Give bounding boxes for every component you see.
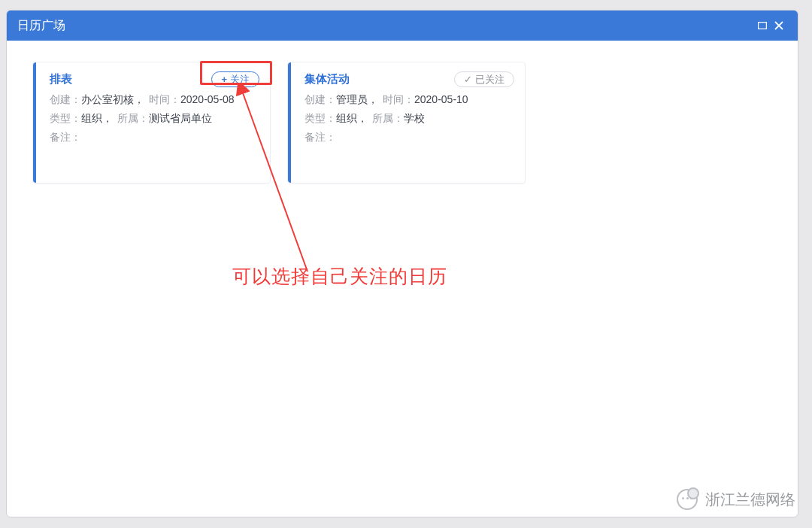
maximize-icon[interactable] — [754, 22, 771, 29]
time-value: 2020-05-08 — [180, 93, 235, 105]
already-followed-label: 已关注 — [475, 74, 504, 84]
type-label: 类型： — [304, 112, 336, 124]
annotation-text: 可以选择自己关注的日历 — [232, 264, 447, 289]
calendar-card[interactable]: 排表 + 关注 创建：办公室初核， 时间：2020-05-08 类型：组织， 所… — [32, 62, 271, 184]
watermark: 浙江兰德网络 — [677, 489, 795, 510]
type-value: 组织， — [81, 112, 113, 124]
check-icon: ✓ — [464, 74, 472, 84]
type-label: 类型： — [50, 112, 81, 124]
belong-label: 所属： — [117, 112, 149, 124]
type-value: 组织， — [336, 112, 368, 124]
calendar-card[interactable]: 集体活动 ✓ 已关注 创建：管理员， 时间：2020-05-10 类型：组织， … — [287, 62, 526, 184]
card-title: 排表 — [50, 72, 72, 86]
time-value: 2020-05-10 — [414, 93, 468, 105]
card-title: 集体活动 — [304, 72, 350, 86]
remark-label: 备注： — [50, 131, 81, 144]
dialog-content: 排表 + 关注 创建：办公室初核， 时间：2020-05-08 类型：组织， 所… — [7, 41, 798, 517]
creator-label: 创建： — [50, 93, 81, 105]
calendar-square-dialog: 日历广场 排表 + 关注 创建：办公室初核， 时间：2020-05-08 — [6, 10, 798, 517]
belong-value: 测试省局单位 — [149, 112, 212, 124]
follow-button[interactable]: + 关注 — [211, 71, 259, 87]
svg-rect-0 — [759, 23, 767, 29]
watermark-text: 浙江兰德网络 — [705, 490, 795, 510]
remark-label: 备注： — [304, 131, 336, 144]
time-label: 时间： — [149, 93, 180, 105]
close-icon[interactable] — [771, 21, 787, 30]
plus-icon: + — [221, 74, 227, 84]
time-label: 时间： — [383, 93, 414, 105]
belong-label: 所属： — [372, 112, 404, 124]
wechat-icon — [677, 489, 698, 510]
creator-label: 创建： — [304, 93, 336, 105]
creator-value: 管理员， — [336, 93, 378, 105]
dialog-title: 日历广场 — [17, 18, 65, 34]
already-followed-button[interactable]: ✓ 已关注 — [454, 71, 514, 87]
dialog-titlebar: 日历广场 — [7, 11, 798, 41]
belong-value: 学校 — [404, 112, 425, 124]
creator-value: 办公室初核， — [81, 93, 144, 105]
follow-button-label: 关注 — [230, 74, 250, 84]
